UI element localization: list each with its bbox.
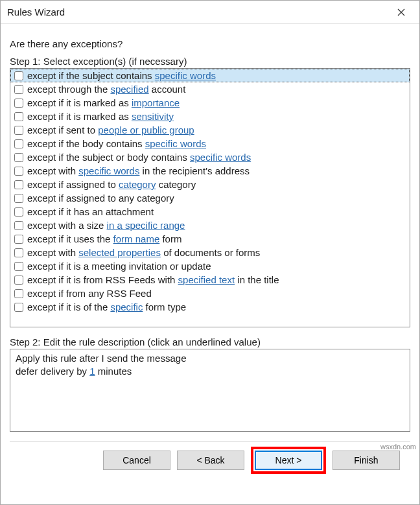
exception-row[interactable]: except if the subject or body contains s… <box>10 150 410 164</box>
close-button[interactable] <box>387 2 415 23</box>
exception-checkbox[interactable] <box>14 235 23 244</box>
exception-link[interactable]: specific words <box>78 165 139 176</box>
step1-label: Step 1: Select exception(s) (if necessar… <box>10 56 410 67</box>
exception-link[interactable]: form name <box>113 233 160 244</box>
exception-row[interactable]: except if it is marked as sensitivity <box>10 110 410 123</box>
exception-row[interactable]: except if assigned to any category <box>10 191 410 205</box>
exception-checkbox[interactable] <box>14 221 23 230</box>
exception-checkbox[interactable] <box>14 303 23 312</box>
exception-checkbox[interactable] <box>14 289 23 298</box>
exception-checkbox[interactable] <box>14 139 23 148</box>
cancel-button[interactable]: Cancel <box>103 451 170 470</box>
exception-row[interactable]: except if sent to people or public group <box>10 123 410 137</box>
exception-checkbox[interactable] <box>14 262 23 271</box>
back-button[interactable]: < Back <box>177 451 244 470</box>
exception-row[interactable]: except if it uses the form name form <box>10 232 410 246</box>
exception-text: except if sent to people or public group <box>27 123 194 137</box>
next-button[interactable]: Next > <box>255 451 322 470</box>
exception-text: except if it uses the form name form <box>27 232 181 246</box>
exception-link[interactable]: specific words <box>145 138 206 149</box>
exception-link[interactable]: specified text <box>178 274 235 285</box>
exception-text: except if it is from RSS Feeds with spec… <box>27 273 279 287</box>
exception-link[interactable]: specific words <box>190 152 251 163</box>
exception-text: except if it has an attachment <box>27 205 154 218</box>
exception-list[interactable]: except if the subject contains specific … <box>10 68 410 327</box>
exception-link[interactable]: specific <box>110 301 143 312</box>
content-area: Are there any exceptions? Step 1: Select… <box>1 24 419 504</box>
exception-checkbox[interactable] <box>14 99 23 108</box>
wizard-prompt: Are there any exceptions? <box>10 38 410 49</box>
exception-text: except with a size in a specific range <box>27 218 185 232</box>
exception-checkbox[interactable] <box>14 276 23 285</box>
exception-link[interactable]: people or public group <box>98 124 194 135</box>
rule-description-box[interactable]: Apply this rule after I send the message… <box>10 349 410 432</box>
exception-row[interactable]: except if the subject contains specific … <box>10 69 410 82</box>
exception-checkbox[interactable] <box>14 167 23 176</box>
exception-row[interactable]: except if from any RSS Feed <box>10 287 410 300</box>
exception-checkbox[interactable] <box>14 194 23 203</box>
button-row: Cancel < Back Next > Finish <box>10 441 410 479</box>
next-button-highlight: Next > <box>251 447 326 474</box>
exception-row[interactable]: except if the body contains specific wor… <box>10 137 410 150</box>
exception-text: except if the subject contains specific … <box>27 69 216 82</box>
exception-text: except if assigned to any category <box>27 191 174 205</box>
rules-wizard-window: Rules Wizard Are there any exceptions? S… <box>0 0 420 505</box>
exception-text: except with specific words in the recipi… <box>27 164 250 178</box>
titlebar: Rules Wizard <box>1 1 419 24</box>
exception-text: except if it is of the specific form typ… <box>27 300 186 314</box>
exception-text: except if the subject or body contains s… <box>27 150 251 164</box>
exception-text: except through the specified account <box>27 82 185 96</box>
exception-link[interactable]: category <box>119 179 156 190</box>
exception-row[interactable]: except through the specified account <box>10 82 410 96</box>
window-title: Rules Wizard <box>7 6 387 18</box>
description-line: Apply this rule after I send the message <box>16 352 404 365</box>
exception-checkbox[interactable] <box>14 180 23 189</box>
exception-text: except if it is marked as sensitivity <box>27 110 174 123</box>
exception-row[interactable]: except with selected properties of docum… <box>10 246 410 259</box>
description-line: defer delivery by 1 minutes <box>16 365 404 378</box>
watermark: wsxdn.com <box>380 443 416 451</box>
exception-text: except with selected properties of docum… <box>27 246 260 259</box>
close-icon <box>397 8 405 16</box>
exception-text: except if it is marked as importance <box>27 96 180 110</box>
exception-text: except if the body contains specific wor… <box>27 137 206 150</box>
exception-row[interactable]: except if it is from RSS Feeds with spec… <box>10 273 410 287</box>
step2-label: Step 2: Edit the rule description (click… <box>10 336 410 347</box>
exception-link[interactable]: specified <box>110 84 148 95</box>
description-link[interactable]: 1 <box>89 366 95 377</box>
exception-row[interactable]: except with a size in a specific range <box>10 218 410 232</box>
exception-checkbox[interactable] <box>14 85 23 94</box>
exception-text: except if it is a meeting invitation or … <box>27 259 211 273</box>
exception-checkbox[interactable] <box>14 71 23 80</box>
exception-row[interactable]: except if assigned to category category <box>10 178 410 191</box>
exception-row[interactable]: except if it is of the specific form typ… <box>10 300 410 314</box>
exception-checkbox[interactable] <box>14 248 23 257</box>
exception-link[interactable]: importance <box>132 97 180 108</box>
exception-checkbox[interactable] <box>14 112 23 121</box>
exception-text: except if from any RSS Feed <box>27 287 152 300</box>
exception-link[interactable]: in a specific range <box>107 220 185 231</box>
finish-button[interactable]: Finish <box>332 451 400 470</box>
exception-link[interactable]: selected properties <box>78 247 161 258</box>
exception-text: except if assigned to category category <box>27 178 196 191</box>
exception-checkbox[interactable] <box>14 207 23 217</box>
exception-row[interactable]: except if it is a meeting invitation or … <box>10 259 410 273</box>
exception-row[interactable]: except with specific words in the recipi… <box>10 164 410 178</box>
exception-checkbox[interactable] <box>14 126 23 135</box>
exception-row[interactable]: except if it has an attachment <box>10 205 410 218</box>
exception-checkbox[interactable] <box>14 153 23 162</box>
exception-link[interactable]: specific words <box>155 70 216 81</box>
exception-link[interactable]: sensitivity <box>132 111 174 122</box>
exception-row[interactable]: except if it is marked as importance <box>10 96 410 110</box>
